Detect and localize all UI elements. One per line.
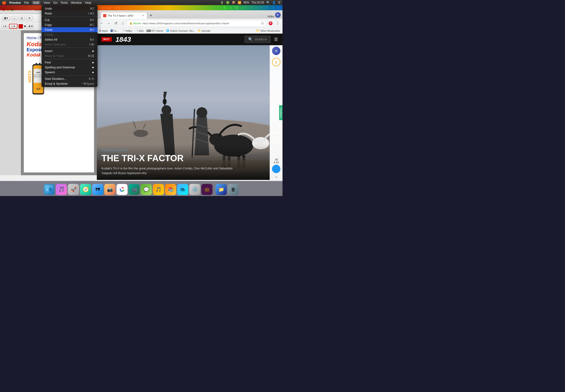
forward-button[interactable]: → (106, 20, 112, 26)
tab-favicon (103, 14, 106, 17)
menu-insert[interactable]: Insert ▶ (41, 49, 97, 54)
dock-facetime[interactable]: 📹 (128, 184, 140, 195)
right-avatar[interactable]: V (272, 47, 280, 55)
pen-tool[interactable]: ✒ (26, 16, 33, 20)
dock-separator (214, 185, 214, 194)
menu-select-all[interactable]: Select All ⌘A (41, 37, 97, 42)
dock-itunes[interactable]: 🎵 (153, 184, 164, 195)
scroll-down-icon[interactable]: ⌄ (275, 174, 278, 179)
search-icon[interactable]: 🔍 (266, 1, 270, 4)
menu-emoji[interactable]: Emoji & Symbols ^⌘Space (41, 81, 97, 86)
magazine-menu-icon[interactable]: ☰ (274, 37, 278, 42)
dock-launchpad[interactable]: 🚀 (68, 184, 79, 195)
bookmark-ponude[interactable]: 📁 ponude (197, 29, 211, 32)
pinterest-icon[interactable]: P (268, 20, 274, 26)
home-button[interactable]: ⌂ (120, 20, 126, 26)
sidebar-toggle[interactable]: ▦▾ (2, 16, 10, 20)
preview-sidebar (0, 30, 21, 175)
menu-move-to-trash: Move to Trash ⌘⌫ (41, 54, 97, 58)
menu-file[interactable]: File (24, 1, 29, 4)
annotation-rect[interactable]: □ ▾ (9, 24, 17, 29)
dock-chrome[interactable] (116, 184, 128, 195)
secure-badge: 🔒 Secure (129, 22, 141, 25)
svg-text:P: P (270, 22, 272, 25)
battery-label: 95% (244, 1, 249, 4)
dock-trash[interactable]: 🗑 (228, 184, 239, 195)
zoom-in[interactable]: + (12, 16, 17, 20)
tab-title: The Tri-X factor | 1843 (108, 14, 133, 17)
back-button[interactable]: ← (99, 20, 105, 26)
menu-window[interactable]: Window (71, 1, 82, 4)
siri-icon: 🎵 (58, 186, 65, 193)
bookmark-courses[interactable]: 🌐 Online Courses. Stu... (165, 29, 196, 32)
extensions-icon[interactable]: ⋮ (275, 20, 281, 26)
reload-button[interactable]: ↺ (113, 20, 119, 26)
annotation-format[interactable]: ≡ ▾ (1, 24, 8, 28)
dock-systemprefs[interactable]: ⚙️ (189, 184, 200, 195)
chrome-tab-active[interactable]: The Tri-X factor | 1843 ✕ (100, 12, 147, 19)
dock-slack[interactable]: 💼 (201, 184, 212, 195)
menu-spelling[interactable]: Spelling and Grammar ▶ (41, 65, 97, 70)
menu-go[interactable]: Go (53, 1, 57, 4)
info-circle-icon[interactable]: ℹ (272, 58, 280, 66)
menu-bar-right: 🍃 🟢 📦 📶 95% Thu 02:25 🔍 👤 ☰ (220, 1, 281, 4)
separator-3 (41, 59, 97, 59)
invert-label: Invert Selection (45, 43, 88, 46)
zoom-fit[interactable]: ⊙ (19, 16, 25, 20)
dock-maps[interactable]: 🗺 (92, 184, 103, 195)
dock-finder[interactable] (44, 184, 55, 195)
menu-paste[interactable]: Paste ⌘V (41, 27, 97, 32)
chrome-avatar[interactable]: V (275, 12, 281, 18)
bookmark-apps[interactable]: ⊞ Apps (98, 29, 109, 32)
bookmark-other[interactable]: 📁 Other Bookmarks (255, 29, 281, 32)
list-icon[interactable]: ☰ (278, 1, 281, 4)
bookmark-ifc[interactable]: IFC IFC Home (146, 29, 164, 32)
user-icon[interactable]: 👤 (272, 1, 276, 4)
chrome-content-area: The Tri-X factor | 1843 ✕ + Veljko V ← →… (97, 10, 282, 181)
menu-speech[interactable]: Speech ▶ (41, 70, 97, 75)
menu-undo[interactable]: Undo ⌘Z (41, 6, 97, 11)
menu-redo[interactable]: Redo ⇧⌘Z (41, 11, 97, 16)
menu-find[interactable]: Find ▶ (41, 60, 97, 65)
slack-icon: 💼 (204, 187, 209, 192)
dock-messages[interactable]: 💬 (141, 184, 152, 195)
separator-2 (41, 48, 97, 48)
paste-label: Paste (45, 28, 90, 31)
dock-safari[interactable]: 🧭 (80, 184, 91, 195)
tab-close-button[interactable]: ✕ (141, 14, 145, 17)
chat-bubble[interactable] (272, 165, 280, 173)
menu-tools[interactable]: Tools (61, 1, 68, 4)
bookmark-bibo[interactable]: 📑 bibo (134, 29, 145, 32)
menu-help[interactable]: Help (85, 1, 91, 4)
menu-copy[interactable]: Copy ⌘C (41, 22, 97, 27)
bookmark-facebook[interactable]: f Fa... (110, 29, 119, 32)
apps-icon: ⊞ (99, 29, 101, 32)
dock-books[interactable]: 📚 (165, 184, 176, 195)
menu-dictation[interactable]: Start Dictation... fn fn (41, 76, 97, 81)
magazine-header: mist 1843 🔍 SEARCH ☰ (97, 34, 282, 45)
mag-search-box[interactable]: 🔍 SEARCH (245, 36, 270, 43)
menu-edit[interactable]: Edit (32, 1, 40, 4)
dock-siri[interactable]: 🎵 (56, 184, 67, 195)
svg-rect-8 (35, 63, 37, 65)
find-arrow: ▶ (92, 61, 94, 64)
menu-preview[interactable]: Preview (9, 1, 21, 4)
photos-icon: 📷 (107, 187, 113, 192)
menu-view[interactable]: View (44, 1, 50, 4)
find-label: Find (45, 61, 91, 64)
annotation-color[interactable] (18, 24, 23, 29)
dock-files[interactable]: 📁 (216, 184, 227, 195)
files-icon: 📁 (218, 187, 224, 192)
magazine-content: mist 1843 🔍 SEARCH ☰ (97, 34, 282, 180)
feedback-tab[interactable]: Feedback (279, 105, 282, 120)
dock-appstore[interactable]: 🛍 (177, 184, 188, 195)
menu-cut[interactable]: Cut ⌘X (41, 17, 97, 22)
address-bar[interactable]: 🔒 Secure https://www.1843magazine.com/co… (127, 20, 267, 27)
annotation-text[interactable]: A ▾ (27, 24, 34, 28)
apple-menu[interactable]: 🍎 (2, 0, 7, 5)
bookmark-star[interactable]: ☆ (261, 21, 264, 26)
new-tab-button[interactable]: + (148, 13, 154, 18)
bookmark-veljko[interactable]: 📑 Veljko (120, 29, 133, 32)
svg-text:400: 400 (36, 88, 40, 90)
dock-photos[interactable]: 📷 (104, 184, 115, 195)
